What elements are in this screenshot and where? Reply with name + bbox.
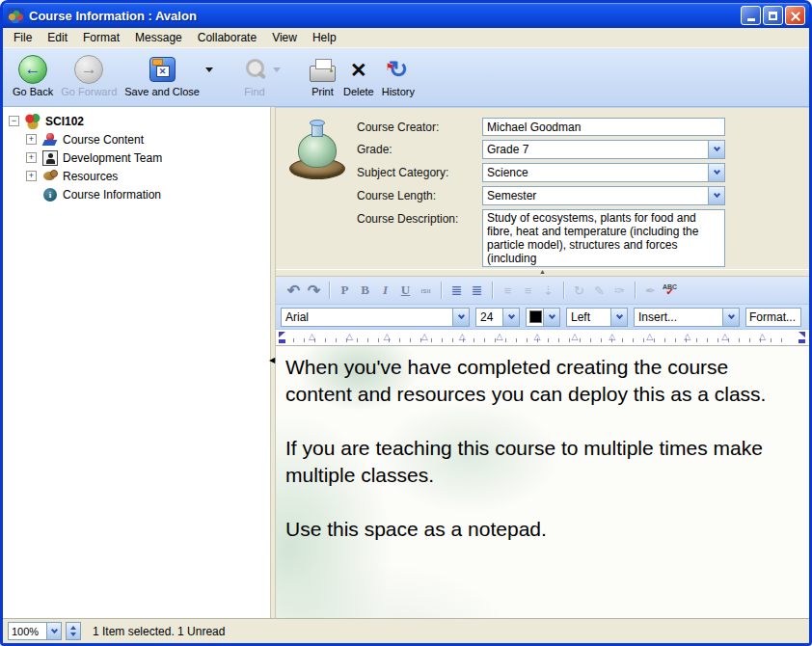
chevron-down-icon[interactable] — [46, 623, 61, 639]
main-area: − SCI102 + Course Content + Development … — [3, 107, 809, 618]
course-information-icon: i — [42, 187, 58, 202]
spinner-down-icon[interactable] — [70, 633, 76, 636]
window-title: Course Information : Avalon — [29, 9, 739, 23]
chevron-down-icon[interactable] — [722, 309, 739, 326]
find-button: Find — [238, 52, 271, 98]
splitter-collapse-up-icon[interactable]: ▲ — [539, 268, 546, 275]
zoom-select[interactable]: 100% — [8, 622, 62, 640]
underline-icon[interactable]: U — [395, 281, 416, 300]
insert-select[interactable]: Insert... — [634, 308, 740, 327]
menu-bar: File Edit Format Message Collaborate Vie… — [3, 28, 809, 48]
delete-icon: ✕ — [350, 60, 367, 80]
editor-font-toolbar: Arial 24 Left Insert... — [276, 305, 809, 330]
chevron-down-icon[interactable] — [610, 309, 627, 326]
history-label: History — [382, 86, 415, 97]
left-indent-marker[interactable] — [279, 332, 287, 343]
font-size-select[interactable]: 24 — [475, 308, 520, 327]
right-indent-marker[interactable] — [797, 332, 805, 343]
grade-select[interactable]: Grade 7 — [482, 140, 725, 159]
menu-format[interactable]: Format — [75, 29, 127, 46]
spinner-up-icon[interactable] — [70, 626, 76, 630]
menu-view[interactable]: View — [264, 29, 305, 46]
history-icon: ↻⚑ — [385, 56, 412, 83]
go-back-button[interactable]: ← Go Back — [9, 52, 57, 98]
course-content-icon — [42, 132, 58, 148]
ruler-tab-stops: △△△△△△△△△△△△△ — [309, 332, 798, 341]
horizontal-splitter[interactable]: ▲ — [276, 269, 809, 277]
outdent-icon[interactable]: ≣ — [447, 281, 467, 300]
creator-label: Course Creator: — [357, 121, 480, 134]
collapse-expander[interactable]: − — [9, 116, 19, 126]
delete-button[interactable]: ✕ Delete — [339, 52, 378, 98]
tree-row-course-content[interactable]: + Course Content — [3, 130, 270, 148]
menu-edit[interactable]: Edit — [40, 29, 75, 46]
redo-icon[interactable]: ↷ — [304, 281, 324, 300]
description-textarea[interactable]: Study of ecosystems, plants for food and… — [482, 209, 725, 267]
history-button[interactable]: ↻⚑ History — [378, 52, 419, 98]
align-icon: ≡ — [518, 281, 538, 300]
tree-row-sci102[interactable]: − SCI102 — [3, 112, 270, 130]
editor-toolbar: ↶ ↷ P B I U ısıı ≣ ≣ ≡ ≡ ⇣ ↻ ✎ ✑ ✒ — [276, 277, 809, 305]
chevron-down-icon[interactable] — [708, 187, 724, 204]
splitter-collapse-icon[interactable]: ◀ — [269, 356, 275, 364]
chevron-down-icon[interactable] — [708, 141, 724, 158]
tree-row-course-information[interactable]: i Course Information — [3, 185, 270, 203]
print-label: Print — [311, 86, 334, 97]
pencil-icon: ✎ — [589, 281, 609, 300]
save-dropdown-caret[interactable] — [205, 67, 213, 72]
subject-category-select[interactable]: Science — [482, 163, 725, 182]
zoom-spinner[interactable] — [66, 622, 81, 640]
description-label: Course Description: — [357, 209, 480, 226]
italic-icon[interactable]: I — [375, 281, 395, 300]
course-tree: − SCI102 + Course Content + Development … — [3, 107, 270, 618]
tree-row-resources[interactable]: + Resources — [3, 167, 270, 185]
course-form: Course Creator: Grade: Grade 7 Subject C… — [276, 107, 809, 269]
close-button[interactable] — [785, 6, 805, 25]
spell-check-icon[interactable]: ABC ✔ — [663, 283, 677, 297]
course-length-label: Course Length: — [357, 189, 480, 202]
bold-icon[interactable]: B — [355, 281, 375, 300]
chevron-down-icon[interactable] — [502, 309, 519, 326]
notepad-paragraph: When you've have completed creating the … — [285, 354, 768, 408]
tree-row-development-team[interactable]: + Development Team — [3, 148, 270, 167]
indent-icon[interactable]: ≣ — [467, 281, 487, 300]
small-caps-icon[interactable]: ısıı — [416, 281, 436, 300]
maximize-icon — [769, 12, 777, 20]
find-dropdown-caret — [273, 67, 281, 72]
maximize-button[interactable] — [763, 6, 783, 25]
resources-icon — [42, 169, 58, 184]
menu-message[interactable]: Message — [127, 29, 190, 46]
chevron-down-icon[interactable] — [452, 309, 469, 326]
chevron-down-icon[interactable] — [708, 164, 724, 181]
pull-quote-icon: ⇣ — [538, 281, 558, 300]
paragraph-icon[interactable]: P — [335, 281, 355, 300]
notepad-paragraph: Use this space as a notepad. — [285, 516, 768, 543]
minimize-button[interactable] — [741, 6, 761, 25]
alignment-select[interactable]: Left — [566, 308, 628, 327]
undo-icon[interactable]: ↶ — [284, 281, 304, 300]
font-color-select[interactable] — [526, 308, 560, 327]
go-forward-icon: → — [74, 55, 103, 84]
creator-input[interactable] — [482, 118, 725, 136]
font-family-select[interactable]: Arial — [281, 308, 470, 327]
brush-icon: ✑ — [609, 281, 630, 300]
save-and-close-label: Save and Close — [124, 86, 200, 97]
expand-expander[interactable]: + — [26, 171, 37, 181]
notepad-editor[interactable]: When you've have completed creating the … — [276, 346, 809, 618]
menu-collaborate[interactable]: Collaborate — [190, 29, 264, 46]
format-select[interactable]: Format... — [745, 308, 801, 327]
course-length-select[interactable]: Semester — [482, 186, 725, 205]
save-and-close-button[interactable]: ✕ Save and Close — [121, 52, 203, 98]
grade-label: Grade: — [357, 143, 480, 156]
flask-icon — [287, 120, 347, 181]
menu-help[interactable]: Help — [305, 29, 344, 46]
chevron-down-icon[interactable] — [543, 309, 559, 326]
expand-expander[interactable]: + — [26, 152, 37, 163]
expand-expander[interactable]: + — [26, 134, 37, 145]
selection-status: 1 Item selected. 1 Unread — [93, 625, 225, 638]
tree-label-development-team: Development Team — [63, 151, 162, 165]
print-button[interactable]: Print — [306, 52, 339, 98]
save-x-glyph: ✕ — [156, 66, 170, 77]
ruler: △△△△△△△△△△△△△ — [276, 330, 809, 346]
menu-file[interactable]: File — [6, 29, 40, 46]
